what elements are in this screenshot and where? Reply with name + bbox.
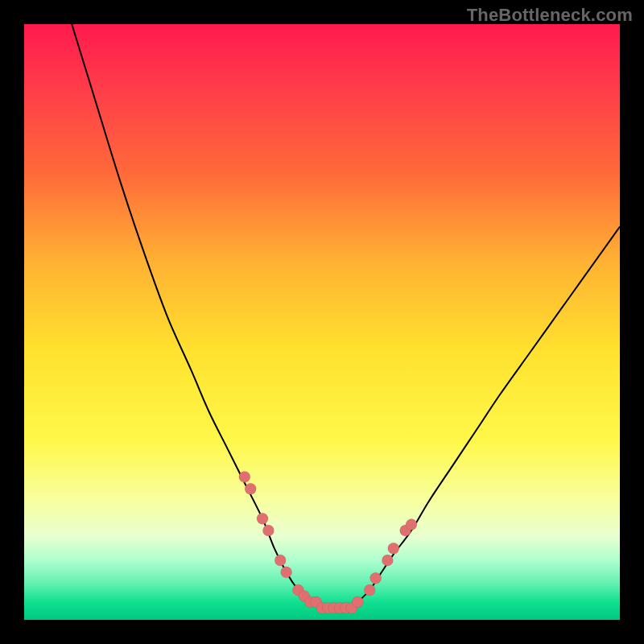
left-curve [72,24,310,602]
marker-point [364,584,375,596]
marker-point [281,567,292,578]
marker-point [262,525,274,536]
marker-group [239,471,417,613]
marker-point [239,471,250,482]
watermark-text: TheBottleneck.com [467,5,633,26]
plot-area [24,24,620,620]
marker-point [370,572,382,584]
marker-point [245,483,256,494]
marker-point [352,597,363,608]
marker-point [275,555,286,566]
marker-point [257,513,268,524]
marker-point [382,555,393,566]
chart-stage: TheBottleneck.com [0,0,644,644]
chart-svg [24,24,620,620]
marker-point [406,519,417,530]
marker-point [388,543,399,554]
